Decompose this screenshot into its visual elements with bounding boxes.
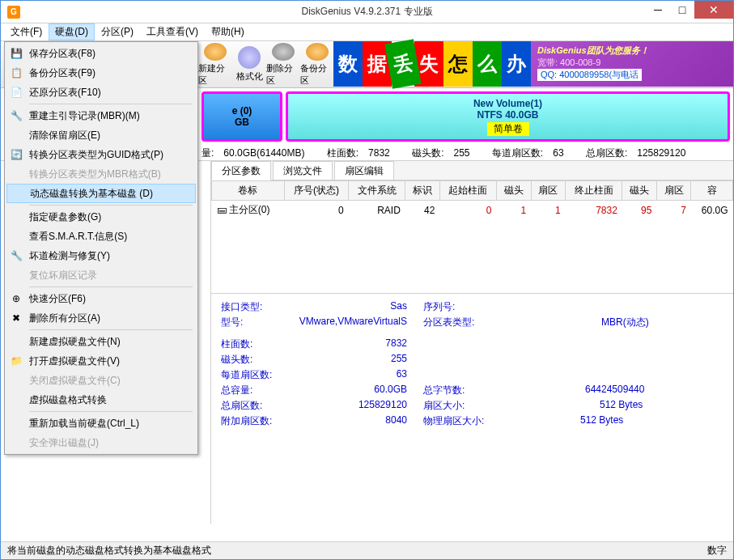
menu-item: 关闭虚拟硬盘文件(C) [6, 371, 196, 390]
menu-label: 动态磁盘转换为基本磁盘 (D) [30, 187, 153, 201]
menu-icon: ✖ [10, 312, 23, 325]
menu-label: 指定硬盘参数(G) [29, 210, 101, 224]
menu-item[interactable]: 📄还原分区表(F10) [6, 83, 196, 102]
partition-block-0[interactable]: e (0) GB [202, 91, 282, 142]
tool-format[interactable]: 格式化 [232, 43, 266, 87]
menu-item[interactable]: ⊕快速分区(F6) [6, 289, 196, 308]
menu-icon: 💾 [10, 47, 23, 60]
minimize-button[interactable]: ─ [646, 1, 670, 19]
menubar: 文件(F) 硬盘(D) 分区(P) 工具查看(V) 帮助(H) [1, 23, 733, 41]
menu-partition[interactable]: 分区(P) [95, 23, 140, 40]
menu-disk[interactable]: 硬盘(D) [49, 23, 95, 40]
disc-icon [204, 43, 227, 61]
menu-icon: 🔧 [10, 249, 23, 262]
titlebar: G DiskGenius V4.9.2.371 专业版 ─ □ ✕ [1, 1, 733, 23]
menu-label: 虚拟磁盘格式转换 [29, 393, 107, 407]
menu-label: 快速分区(F6) [29, 292, 86, 306]
tool-backup[interactable]: 备份分区 [300, 43, 334, 87]
menu-label: 打开虚拟硬盘文件(V) [29, 354, 120, 368]
disc-icon [306, 43, 329, 61]
menu-label: 重新加载当前硬盘(Ctrl_L) [29, 417, 139, 431]
tabs: 分区参数 浏览文件 扇区编辑 [211, 161, 733, 180]
menu-icon: 🔄 [10, 148, 23, 161]
menu-item[interactable]: 动态磁盘转换为基本磁盘 (D) [6, 184, 196, 203]
tab-partition-params[interactable]: 分区参数 [211, 161, 271, 180]
app-icon: G [7, 6, 20, 19]
partition-table: 卷标 序号(状态) 文件系统 标识 起始柱面 磁头 扇区 终止柱面 磁头 扇区 … [211, 180, 733, 294]
menu-item[interactable]: 📋备份分区表(F9) [6, 63, 196, 83]
table-row[interactable]: 🖴 主分区(0) 0 RAID 42 0 1 1 7832 95 7 60.0G [212, 201, 733, 220]
menu-item[interactable]: 指定硬盘参数(G) [6, 207, 196, 227]
menu-icon: 🔧 [10, 109, 23, 122]
menu-icon: ⊕ [10, 292, 23, 305]
menu-item[interactable]: 📁打开虚拟硬盘文件(V) [6, 351, 196, 371]
menu-label: 删除所有分区(A) [29, 312, 100, 325]
menu-item: 安全弹出磁盘(J) [6, 433, 196, 452]
disk-menu-dropdown: 💾保存分区表(F8)📋备份分区表(F9)📄还原分区表(F10)🔧重建主引导记录(… [4, 41, 198, 455]
menu-item: 复位坏扇区记录 [6, 265, 196, 285]
menu-label: 转换分区表类型为MBR格式(B) [29, 168, 161, 181]
menu-label: 保存分区表(F8) [29, 47, 95, 61]
close-button[interactable]: ✕ [694, 1, 733, 19]
menu-icon: 📁 [10, 354, 23, 367]
menu-item[interactable]: 🔧坏道检测与修复(Y) [6, 246, 196, 265]
disk-detail: 接口类型:Sas序列号: 型号:VMware,VMwareVirtualS分区表… [211, 294, 733, 524]
menu-label: 关闭虚拟硬盘文件(C) [29, 374, 121, 388]
menu-item[interactable]: 🔄转换分区表类型为GUID格式(P) [6, 145, 196, 164]
partition-block-1[interactable]: New Volume(1) NTFS 40.0GB 简单卷 [286, 91, 730, 142]
window-title: DiskGenius V4.9.2.371 专业版 [301, 5, 432, 19]
menu-label: 重建主引导记录(MBR)(M) [29, 109, 140, 123]
ad-banner: 数 据 丢 失 怎 么 办 DiskGenius团队为您服务！ 宽带: 400-… [333, 41, 733, 87]
menu-label: 新建虚拟硬盘文件(N) [29, 335, 121, 349]
menu-icon: 📄 [10, 86, 23, 99]
menu-item[interactable]: 新建虚拟硬盘文件(N) [6, 332, 196, 351]
menu-label: 复位坏扇区记录 [29, 269, 97, 282]
menu-help[interactable]: 帮助(H) [205, 23, 251, 40]
menu-item[interactable]: 重新加载当前硬盘(Ctrl_L) [6, 414, 196, 433]
menu-label: 还原分区表(F10) [29, 86, 101, 100]
disc-icon [238, 46, 261, 69]
menu-item: 转换分区表类型为MBR格式(B) [6, 164, 196, 184]
menu-label: 查看S.M.A.R.T.信息(S) [29, 230, 127, 244]
menu-item[interactable]: 虚拟磁盘格式转换 [6, 390, 196, 409]
menu-item[interactable]: 查看S.M.A.R.T.信息(S) [6, 227, 196, 246]
tab-browse-files[interactable]: 浏览文件 [273, 161, 333, 180]
menu-item[interactable]: 🔧重建主引导记录(MBR)(M) [6, 106, 196, 125]
menu-tools[interactable]: 工具查看(V) [140, 23, 205, 40]
menu-label: 安全弹出磁盘(J) [29, 436, 99, 450]
statusbar: 将当前磁盘的动态磁盘格式转换为基本磁盘格式 数字 [1, 541, 733, 559]
menu-label: 清除保留扇区(E) [29, 129, 100, 142]
menu-label: 坏道检测与修复(Y) [29, 249, 110, 263]
tab-sector-edit[interactable]: 扇区编辑 [334, 161, 394, 180]
menu-icon: 📋 [10, 66, 23, 79]
tool-new-partition[interactable]: 新建分区 [198, 43, 232, 87]
menu-item[interactable]: ✖删除所有分区(A) [6, 308, 196, 328]
menu-label: 备份分区表(F9) [29, 66, 95, 80]
status-text: 将当前磁盘的动态磁盘格式转换为基本磁盘格式 [7, 544, 211, 558]
partition-icon: 🖴 [217, 204, 229, 215]
menu-file[interactable]: 文件(F) [4, 23, 49, 40]
menu-label: 转换分区表类型为GUID格式(P) [29, 148, 163, 162]
status-mode: 数字 [707, 544, 727, 558]
maximize-button[interactable]: □ [670, 1, 694, 19]
tool-delete[interactable]: 删除分区 [266, 43, 300, 87]
menu-item[interactable]: 清除保留扇区(E) [6, 125, 196, 145]
menu-item[interactable]: 💾保存分区表(F8) [6, 44, 196, 63]
trash-icon [272, 43, 295, 61]
